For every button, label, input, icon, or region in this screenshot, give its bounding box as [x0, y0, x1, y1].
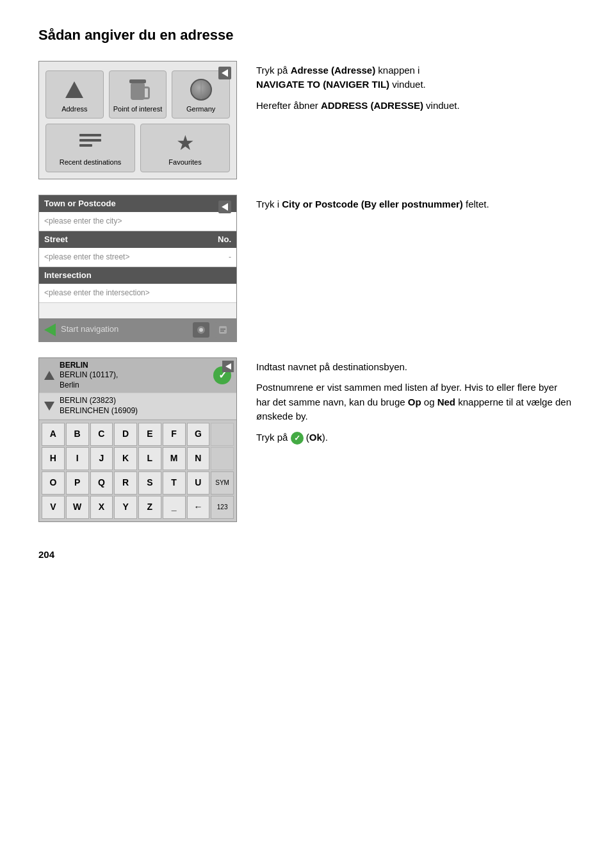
section3-line3: Tryk på ✓ (Ok). [256, 430, 573, 445]
town-postcode-placeholder: <please enter the city> [44, 216, 122, 227]
poi-button-label: Point of interest [113, 104, 162, 114]
kb-result-row-1[interactable]: BERLIN BERLIN (10117), Berlin ✓ [39, 358, 236, 394]
keyboard-grid: A B C D E F G H I J K L M N O P Q [39, 420, 236, 521]
intersection-input[interactable]: <please enter the intersection> [39, 284, 236, 303]
arrow-up-icon [62, 78, 86, 102]
svg-point-1 [199, 328, 203, 332]
key-v[interactable]: V [42, 496, 65, 519]
key-d[interactable]: D [114, 423, 137, 446]
kb-results-list: BERLIN BERLIN (10117), Berlin ✓ BERLIN (… [39, 358, 236, 420]
section2-text-pre: Tryk i [256, 199, 279, 209]
nav-buttons-row2: Recent destinations ★ Favourites [45, 124, 230, 172]
key-123[interactable]: 123 [211, 496, 234, 519]
key-z[interactable]: Z [138, 496, 161, 519]
favourites-button[interactable]: ★ Favourites [140, 124, 230, 172]
nav-buttons-grid: Address Point of interest [45, 70, 230, 119]
navigate-to-screen: Address Point of interest [38, 61, 237, 179]
nav-icon2[interactable] [215, 322, 231, 338]
street-header-label: Street [44, 234, 68, 245]
street-placeholder: <please enter the street> [44, 252, 129, 263]
key-t[interactable]: T [163, 471, 186, 495]
key-empty-2 [211, 447, 234, 470]
nav-screen-back-button[interactable] [218, 67, 231, 79]
key-h[interactable]: H [42, 447, 65, 470]
germany-button-label: Germany [186, 104, 215, 114]
key-n[interactable]: N [187, 447, 210, 470]
section1-bold1: Adresse (Adresse) [291, 65, 376, 76]
section3-line2: Postnumrene er vist sammen med listen af… [256, 381, 573, 424]
keyboard-screen: BERLIN BERLIN (10117), Berlin ✓ BERLIN (… [38, 357, 237, 522]
key-a[interactable]: A [42, 423, 65, 446]
svg-rect-3 [220, 329, 225, 330]
section1-bold3: ADDRESS (ADRESSE) [321, 100, 423, 111]
recent-icon [78, 131, 102, 155]
intersection-placeholder: <please enter the intersection> [44, 288, 150, 299]
section2-description: Tryk i City or Postcode (By eller postnu… [256, 195, 573, 218]
address-screen: Town or Postcode <please enter the city>… [38, 195, 237, 342]
globe-icon [189, 78, 213, 102]
star-icon: ★ [173, 131, 197, 155]
town-postcode-field: Town or Postcode <please enter the city> [39, 195, 236, 231]
nav-icon1[interactable] [193, 322, 209, 338]
key-f[interactable]: F [163, 423, 186, 446]
section1-text-mid: knappen i [378, 65, 420, 76]
section1-bold2: NAVIGATE TO (NAVIGER TIL) [256, 79, 389, 90]
kb-result-row-2[interactable]: BERLIN (23823) BERLINCHEN (16909) [39, 393, 236, 419]
svg-rect-2 [219, 326, 227, 334]
key-j[interactable]: J [90, 447, 113, 470]
recent-destinations-button[interactable]: Recent destinations [45, 124, 135, 172]
kb-result-text-2: BERLIN (23823) BERLINCHEN (16909) [60, 396, 231, 416]
key-m[interactable]: M [163, 447, 186, 470]
key-l[interactable]: L [138, 447, 161, 470]
key-u[interactable]: U [187, 471, 210, 495]
section1-description: Tryk på Adresse (Adresse) knappen i NAVI… [256, 61, 573, 120]
recent-destinations-label: Recent destinations [60, 158, 122, 167]
key-y[interactable]: Y [114, 496, 137, 519]
town-postcode-header: Town or Postcode [39, 195, 236, 212]
kb-back-button[interactable] [222, 361, 234, 372]
key-backspace[interactable]: ← [187, 496, 210, 519]
poi-icon [126, 78, 150, 102]
key-c[interactable]: C [90, 423, 113, 446]
nav-arrow-icon [44, 323, 56, 336]
section2-text-end: feltet. [466, 199, 489, 209]
key-x[interactable]: X [90, 496, 113, 519]
street-field: Street No. <please enter the street> - [39, 231, 236, 267]
svg-rect-4 [220, 331, 224, 332]
intersection-header: Intersection [39, 267, 236, 284]
key-i[interactable]: I [66, 447, 89, 470]
key-p[interactable]: P [66, 471, 89, 495]
key-underscore[interactable]: _ [163, 496, 186, 519]
key-o[interactable]: O [42, 471, 65, 495]
key-g[interactable]: G [187, 423, 210, 446]
key-q[interactable]: Q [90, 471, 113, 495]
key-k[interactable]: K [114, 447, 137, 470]
favourites-button-label: Favourites [168, 158, 201, 167]
intersection-field: Intersection <please enter the intersect… [39, 267, 236, 303]
key-sym[interactable]: SYM [211, 471, 234, 495]
street-input[interactable]: <please enter the street> - [39, 248, 236, 267]
section-1: Address Point of interest [38, 61, 573, 179]
start-navigation-label: Start navigation [61, 323, 188, 335]
poi-button[interactable]: Point of interest [109, 70, 167, 119]
key-r[interactable]: R [114, 471, 137, 495]
kb-result-text-1: BERLIN BERLIN (10117), Berlin [60, 361, 208, 391]
section1-text-pre: Tryk på [256, 65, 288, 76]
street-header: Street No. [39, 231, 236, 248]
section-2: Town or Postcode <please enter the city>… [38, 195, 573, 342]
address-button[interactable]: Address [45, 70, 104, 119]
key-e[interactable]: E [138, 423, 161, 446]
section3-line1: Indtast navnet på destinationsbyen. [256, 360, 573, 375]
section2-bold: City or Postcode (By eller postnummer) [282, 199, 463, 209]
section1-text-end: vinduet. [392, 79, 426, 90]
kb-up-icon [44, 371, 54, 380]
start-navigation-bar[interactable]: Start navigation [39, 318, 236, 341]
key-w[interactable]: W [66, 496, 89, 519]
section3-description: Indtast navnet på destinationsbyen. Post… [256, 357, 573, 452]
town-postcode-input[interactable]: <please enter the city> [39, 212, 236, 231]
key-s[interactable]: S [138, 471, 161, 495]
addr-screen-back-button[interactable] [218, 201, 231, 213]
street-no-value: - [229, 252, 231, 263]
key-b[interactable]: B [66, 423, 89, 446]
key-empty-1 [211, 423, 234, 446]
